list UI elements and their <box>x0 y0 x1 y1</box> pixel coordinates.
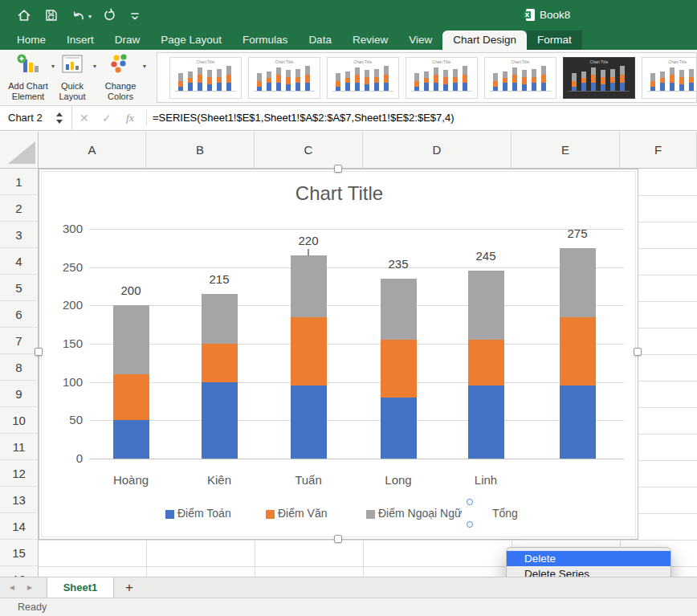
row-header-15[interactable]: 15 <box>0 540 39 566</box>
column-header-c[interactable]: C <box>255 132 363 169</box>
bar-segment-toan[interactable] <box>560 386 596 459</box>
bar-segment-toan[interactable] <box>381 398 417 459</box>
insert-function-icon[interactable]: fx <box>126 106 134 130</box>
bar-segment-ngoaingu[interactable] <box>560 248 596 317</box>
column-header-b[interactable]: B <box>146 132 255 169</box>
total-data-label[interactable]: 245 <box>462 249 510 263</box>
undo-icon[interactable] <box>71 7 87 23</box>
add-sheet-button[interactable]: + <box>119 577 140 598</box>
cancel-icon[interactable]: ✕ <box>79 106 89 130</box>
change-colors-button[interactable]: ▾ Change Colors <box>98 53 143 102</box>
chart-resize-handle[interactable] <box>634 348 642 356</box>
row-header-2[interactable]: 2 <box>0 195 39 222</box>
row-header-5[interactable]: 5 <box>0 275 39 301</box>
tab-review[interactable]: Review <box>342 31 398 50</box>
row-header-8[interactable]: 8 <box>0 354 39 381</box>
column-header-e[interactable]: E <box>512 132 620 169</box>
chart-style-thumbnail[interactable]: Chart Title <box>642 57 697 99</box>
legend-label[interactable]: Điểm Văn <box>278 507 327 520</box>
tab-draw[interactable]: Draw <box>104 31 151 50</box>
tab-format[interactable]: Format <box>527 31 582 50</box>
tab-chart-design[interactable]: Chart Design <box>442 31 527 50</box>
name-box[interactable]: Chart 2 <box>0 106 72 130</box>
legend-marker[interactable] <box>165 510 174 519</box>
sheet-tab-sheet1[interactable]: Sheet1 <box>47 577 114 598</box>
bar-segment-ngoaingu[interactable] <box>113 305 149 374</box>
next-sheet-icon[interactable]: ▸ <box>27 577 32 598</box>
row-header-10[interactable]: 10 <box>0 407 39 434</box>
column-header-d[interactable]: D <box>363 132 512 169</box>
tab-insert[interactable]: Insert <box>56 31 104 50</box>
total-data-label[interactable]: 215 <box>195 272 243 286</box>
bar-segment-van[interactable] <box>381 340 417 397</box>
legend-marker[interactable] <box>366 510 375 519</box>
chart-style-thumbnail[interactable]: Chart Title <box>484 57 556 99</box>
row-header-9[interactable]: 9 <box>0 381 39 407</box>
quick-layout-button[interactable]: ▾ Quick Layout <box>53 53 92 102</box>
bar-segment-toan[interactable] <box>202 382 238 459</box>
chart-title[interactable]: Chart Title <box>39 182 639 205</box>
bar-segment-van[interactable] <box>202 344 238 382</box>
row-header-6[interactable]: 6 <box>0 301 39 328</box>
total-data-label[interactable]: 275 <box>553 226 601 240</box>
legend-marker[interactable] <box>266 510 275 519</box>
total-data-label[interactable]: 220 <box>284 234 332 247</box>
enter-icon[interactable]: ✓ <box>102 106 112 130</box>
row-header-13[interactable]: 13 <box>0 487 39 513</box>
column-header-a[interactable]: A <box>39 132 146 169</box>
chart-style-thumbnail[interactable]: Chart Title <box>563 57 635 99</box>
undo-dropdown-caret[interactable]: ▾ <box>88 13 92 20</box>
chart-style-thumbnail[interactable]: Chart Title <box>248 57 320 99</box>
bar-segment-toan[interactable] <box>468 386 504 459</box>
chart-style-thumbnail[interactable]: Chart Title <box>406 57 478 99</box>
bar-segment-van[interactable] <box>560 317 596 386</box>
customize-toolbar-icon[interactable] <box>127 7 143 23</box>
chart-style-thumbnail[interactable]: Chart Title <box>169 57 242 99</box>
legend-label-tong[interactable]: Tổng <box>492 507 518 520</box>
bar-segment-van[interactable] <box>468 340 504 386</box>
chart-object[interactable]: Chart Title 300250200150100500200Hoàng21… <box>39 169 638 540</box>
bar-segment-toan[interactable] <box>113 420 149 459</box>
row-header-12[interactable]: 12 <box>0 460 39 487</box>
menu-item-delete-series[interactable]: Delete Series <box>507 566 671 577</box>
chart-resize-handle[interactable] <box>334 535 342 543</box>
row-header-1[interactable]: 1 <box>0 169 39 195</box>
bar-segment-van[interactable] <box>113 374 149 420</box>
row-header-7[interactable]: 7 <box>0 328 39 354</box>
tab-formulas[interactable]: Formulas <box>232 31 298 50</box>
bar-segment-van[interactable] <box>291 317 327 386</box>
total-data-label[interactable]: 235 <box>374 257 422 271</box>
bar-segment-ngoaingu[interactable] <box>468 271 504 340</box>
save-icon[interactable] <box>43 7 59 23</box>
row-header-3[interactable]: 3 <box>0 222 39 248</box>
tab-page-layout[interactable]: Page Layout <box>150 31 232 50</box>
legend-label[interactable]: Điểm Ngoại Ngữ <box>378 507 462 520</box>
column-header-f[interactable]: F <box>620 132 697 169</box>
row-header-16[interactable]: 16 <box>0 566 39 577</box>
redo-icon[interactable] <box>101 7 117 23</box>
row-header-11[interactable]: 11 <box>0 434 39 460</box>
name-box-spinner-up[interactable] <box>56 112 63 116</box>
bar-segment-ngoaingu[interactable] <box>381 279 417 340</box>
chart-gridline <box>89 420 624 421</box>
add-chart-element-button[interactable]: ▾ Add Chart Element <box>5 53 51 102</box>
chart-resize-handle[interactable] <box>35 348 43 356</box>
tab-view[interactable]: View <box>398 31 442 50</box>
bar-segment-toan[interactable] <box>291 386 327 459</box>
chart-style-thumbnail[interactable]: Chart Title <box>327 57 399 99</box>
bar-segment-ngoaingu[interactable] <box>202 294 238 344</box>
prev-sheet-icon[interactable]: ◂ <box>10 577 14 598</box>
chart-resize-handle[interactable] <box>334 165 342 173</box>
tab-data[interactable]: Data <box>298 31 342 50</box>
row-header-14[interactable]: 14 <box>0 513 39 540</box>
bar-segment-ngoaingu[interactable] <box>291 255 327 316</box>
tab-home[interactable]: Home <box>6 31 56 50</box>
name-box-spinner-down[interactable] <box>56 120 63 124</box>
home-icon[interactable] <box>16 7 32 23</box>
select-all-corner[interactable] <box>0 132 39 169</box>
legend-label[interactable]: Điểm Toán <box>177 507 231 520</box>
total-data-label[interactable]: 200 <box>107 284 155 297</box>
menu-item-delete[interactable]: Delete <box>507 551 671 566</box>
formula-input[interactable]: =SERIES(Sheet1!$E$1,Sheet1!$A$2:$A$7,She… <box>153 106 694 130</box>
row-header-4[interactable]: 4 <box>0 248 39 275</box>
